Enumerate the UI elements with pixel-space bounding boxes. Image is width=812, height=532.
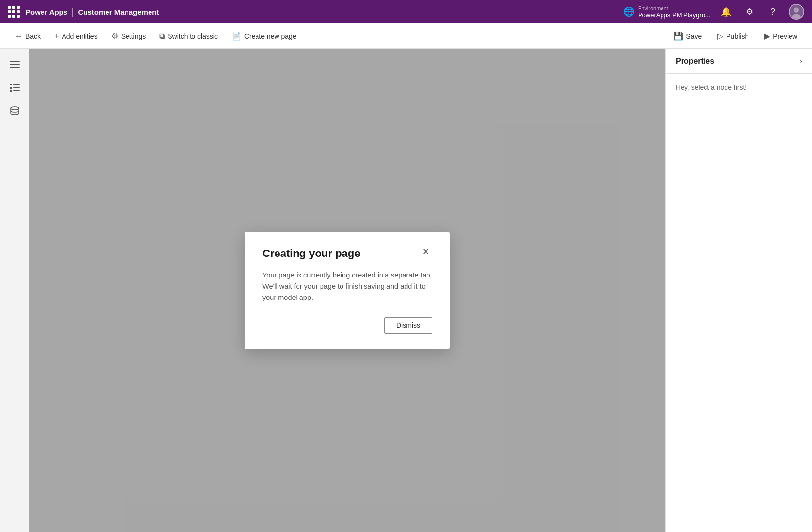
add-entities-button[interactable]: + Add entities xyxy=(47,23,105,48)
create-new-page-label: Create new page xyxy=(244,32,297,40)
notification-button[interactable]: 🔔 xyxy=(718,4,734,20)
create-new-page-button[interactable]: 📄 Create new page xyxy=(225,23,303,48)
sidebar-icon-menu[interactable] xyxy=(5,55,24,74)
sidebar-icon-database[interactable] xyxy=(5,102,24,121)
content-area: Creating your page ✕ Your page is curren… xyxy=(29,49,665,532)
user-avatar[interactable] xyxy=(789,4,804,20)
left-sidebar xyxy=(0,49,29,532)
environment-info: 🌐 Environment PowerApps PM Playgro... xyxy=(623,5,710,19)
svg-rect-4 xyxy=(10,64,20,65)
modal-footer: Dismiss xyxy=(262,317,432,334)
switch-to-classic-button[interactable]: ⧉ Switch to classic xyxy=(152,23,225,48)
svg-rect-7 xyxy=(13,84,20,85)
toolbar: ← Back + Add entities ⚙ Settings ⧉ Switc… xyxy=(0,23,812,49)
power-apps-label: Power Apps xyxy=(25,8,67,16)
add-icon: + xyxy=(54,32,59,41)
right-panel-title: Properties xyxy=(676,57,714,65)
modal-header: Creating your page ✕ xyxy=(262,247,432,260)
creating-page-modal: Creating your page ✕ Your page is curren… xyxy=(245,232,450,350)
publish-button[interactable]: ▷ Publish xyxy=(710,27,755,44)
publish-label: Publish xyxy=(726,32,748,40)
page-name-label: Customer Management xyxy=(78,8,159,16)
settings-toolbar-button[interactable]: ⚙ Settings xyxy=(105,23,153,48)
modal-overlay: Creating your page ✕ Your page is curren… xyxy=(29,49,665,532)
dismiss-button[interactable]: Dismiss xyxy=(384,317,432,334)
right-panel-content: Hey, select a node first! xyxy=(666,74,812,101)
svg-point-1 xyxy=(794,7,799,13)
title-separator: | xyxy=(71,7,74,17)
right-panel-hint: Hey, select a node first! xyxy=(676,84,747,91)
save-icon: 💾 xyxy=(673,31,683,41)
switch-to-classic-label: Switch to classic xyxy=(168,32,218,40)
add-entities-label: Add entities xyxy=(62,32,97,40)
new-page-icon: 📄 xyxy=(232,31,241,41)
settings-toolbar-icon: ⚙ xyxy=(111,31,118,41)
svg-rect-5 xyxy=(10,67,20,68)
modal-close-button[interactable]: ✕ xyxy=(419,245,432,258)
toolbar-right-actions: 💾 Save ▷ Publish ▶ Preview xyxy=(666,27,804,44)
preview-icon: ▶ xyxy=(764,31,770,41)
back-button[interactable]: ← Back xyxy=(8,23,47,48)
modal-title: Creating your page xyxy=(262,247,360,260)
preview-label: Preview xyxy=(773,32,797,40)
top-navbar: Power Apps | Customer Management 🌐 Envir… xyxy=(0,0,812,23)
main-layout: Creating your page ✕ Your page is curren… xyxy=(0,49,812,532)
sidebar-icon-list[interactable] xyxy=(5,78,24,98)
env-text-block: Environment PowerApps PM Playgro... xyxy=(638,5,710,19)
save-button[interactable]: 💾 Save xyxy=(666,27,708,44)
save-label: Save xyxy=(686,32,702,40)
publish-icon: ▷ xyxy=(717,31,723,41)
right-panel: Properties › Hey, select a node first! xyxy=(665,49,812,532)
back-icon: ← xyxy=(15,32,22,41)
svg-rect-3 xyxy=(10,61,20,62)
right-panel-header: Properties › xyxy=(666,49,812,74)
settings-button[interactable]: ⚙ xyxy=(742,4,757,20)
globe-icon: 🌐 xyxy=(623,6,634,17)
app-grid-icon[interactable] xyxy=(8,6,20,18)
svg-rect-8 xyxy=(10,87,12,89)
svg-rect-9 xyxy=(13,87,20,88)
top-nav-right: 🌐 Environment PowerApps PM Playgro... 🔔 … xyxy=(623,4,804,20)
modal-body: Your page is currently being created in … xyxy=(262,270,432,304)
svg-point-12 xyxy=(11,107,19,110)
environment-label: Environment xyxy=(638,5,710,11)
right-panel-chevron-icon[interactable]: › xyxy=(800,57,802,65)
help-button[interactable]: ? xyxy=(765,4,781,20)
settings-toolbar-label: Settings xyxy=(121,32,146,40)
environment-name: PowerApps PM Playgro... xyxy=(638,11,710,19)
preview-button[interactable]: ▶ Preview xyxy=(757,27,804,44)
svg-rect-10 xyxy=(10,90,12,92)
svg-rect-11 xyxy=(13,90,20,91)
app-name: Power Apps | Customer Management xyxy=(25,7,159,17)
switch-icon: ⧉ xyxy=(159,32,165,41)
svg-rect-6 xyxy=(10,84,12,85)
back-label: Back xyxy=(25,32,41,40)
